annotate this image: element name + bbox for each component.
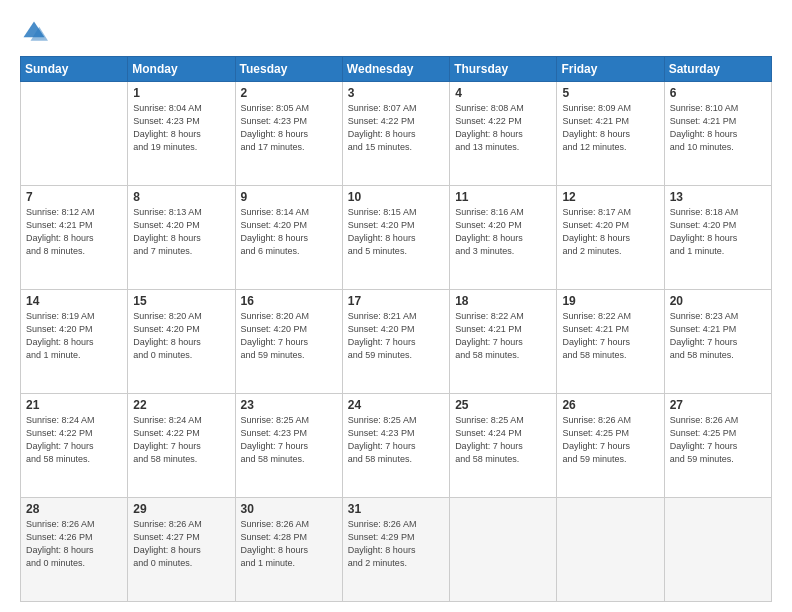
calendar-cell: 21Sunrise: 8:24 AMSunset: 4:22 PMDayligh… [21, 394, 128, 498]
day-info: Sunrise: 8:16 AMSunset: 4:20 PMDaylight:… [455, 206, 551, 258]
day-info: Sunrise: 8:04 AMSunset: 4:23 PMDaylight:… [133, 102, 229, 154]
day-number: 21 [26, 398, 122, 412]
day-number: 16 [241, 294, 337, 308]
day-info: Sunrise: 8:25 AMSunset: 4:23 PMDaylight:… [241, 414, 337, 466]
day-number: 8 [133, 190, 229, 204]
calendar-day-header: Friday [557, 57, 664, 82]
day-info: Sunrise: 8:20 AMSunset: 4:20 PMDaylight:… [133, 310, 229, 362]
page: SundayMondayTuesdayWednesdayThursdayFrid… [0, 0, 792, 612]
day-info: Sunrise: 8:26 AMSunset: 4:29 PMDaylight:… [348, 518, 444, 570]
header [20, 18, 772, 46]
calendar-cell [557, 498, 664, 602]
day-number: 9 [241, 190, 337, 204]
day-info: Sunrise: 8:18 AMSunset: 4:20 PMDaylight:… [670, 206, 766, 258]
calendar-week-row: 21Sunrise: 8:24 AMSunset: 4:22 PMDayligh… [21, 394, 772, 498]
day-number: 17 [348, 294, 444, 308]
calendar-cell [21, 82, 128, 186]
calendar-cell: 28Sunrise: 8:26 AMSunset: 4:26 PMDayligh… [21, 498, 128, 602]
calendar-day-header: Sunday [21, 57, 128, 82]
calendar-cell: 3Sunrise: 8:07 AMSunset: 4:22 PMDaylight… [342, 82, 449, 186]
day-number: 5 [562, 86, 658, 100]
calendar-cell: 12Sunrise: 8:17 AMSunset: 4:20 PMDayligh… [557, 186, 664, 290]
calendar-day-header: Saturday [664, 57, 771, 82]
calendar-week-row: 28Sunrise: 8:26 AMSunset: 4:26 PMDayligh… [21, 498, 772, 602]
day-info: Sunrise: 8:07 AMSunset: 4:22 PMDaylight:… [348, 102, 444, 154]
logo [20, 18, 52, 46]
calendar-cell: 15Sunrise: 8:20 AMSunset: 4:20 PMDayligh… [128, 290, 235, 394]
calendar-cell: 5Sunrise: 8:09 AMSunset: 4:21 PMDaylight… [557, 82, 664, 186]
day-info: Sunrise: 8:14 AMSunset: 4:20 PMDaylight:… [241, 206, 337, 258]
calendar-cell: 11Sunrise: 8:16 AMSunset: 4:20 PMDayligh… [450, 186, 557, 290]
calendar-cell: 7Sunrise: 8:12 AMSunset: 4:21 PMDaylight… [21, 186, 128, 290]
calendar-cell: 13Sunrise: 8:18 AMSunset: 4:20 PMDayligh… [664, 186, 771, 290]
day-info: Sunrise: 8:21 AMSunset: 4:20 PMDaylight:… [348, 310, 444, 362]
day-info: Sunrise: 8:17 AMSunset: 4:20 PMDaylight:… [562, 206, 658, 258]
calendar-cell: 6Sunrise: 8:10 AMSunset: 4:21 PMDaylight… [664, 82, 771, 186]
calendar-cell: 31Sunrise: 8:26 AMSunset: 4:29 PMDayligh… [342, 498, 449, 602]
day-number: 13 [670, 190, 766, 204]
calendar-cell: 10Sunrise: 8:15 AMSunset: 4:20 PMDayligh… [342, 186, 449, 290]
day-info: Sunrise: 8:08 AMSunset: 4:22 PMDaylight:… [455, 102, 551, 154]
calendar-day-header: Monday [128, 57, 235, 82]
day-info: Sunrise: 8:15 AMSunset: 4:20 PMDaylight:… [348, 206, 444, 258]
calendar-cell: 2Sunrise: 8:05 AMSunset: 4:23 PMDaylight… [235, 82, 342, 186]
day-number: 7 [26, 190, 122, 204]
calendar-cell: 23Sunrise: 8:25 AMSunset: 4:23 PMDayligh… [235, 394, 342, 498]
calendar-day-header: Thursday [450, 57, 557, 82]
calendar-cell: 27Sunrise: 8:26 AMSunset: 4:25 PMDayligh… [664, 394, 771, 498]
day-info: Sunrise: 8:13 AMSunset: 4:20 PMDaylight:… [133, 206, 229, 258]
day-number: 25 [455, 398, 551, 412]
calendar-day-header: Wednesday [342, 57, 449, 82]
calendar-cell: 20Sunrise: 8:23 AMSunset: 4:21 PMDayligh… [664, 290, 771, 394]
day-info: Sunrise: 8:10 AMSunset: 4:21 PMDaylight:… [670, 102, 766, 154]
day-number: 4 [455, 86, 551, 100]
calendar-cell [450, 498, 557, 602]
calendar-cell: 24Sunrise: 8:25 AMSunset: 4:23 PMDayligh… [342, 394, 449, 498]
day-info: Sunrise: 8:24 AMSunset: 4:22 PMDaylight:… [26, 414, 122, 466]
calendar-cell: 9Sunrise: 8:14 AMSunset: 4:20 PMDaylight… [235, 186, 342, 290]
day-number: 24 [348, 398, 444, 412]
day-info: Sunrise: 8:05 AMSunset: 4:23 PMDaylight:… [241, 102, 337, 154]
calendar-cell [664, 498, 771, 602]
day-number: 19 [562, 294, 658, 308]
calendar-week-row: 1Sunrise: 8:04 AMSunset: 4:23 PMDaylight… [21, 82, 772, 186]
day-number: 10 [348, 190, 444, 204]
calendar-cell: 17Sunrise: 8:21 AMSunset: 4:20 PMDayligh… [342, 290, 449, 394]
calendar-week-row: 14Sunrise: 8:19 AMSunset: 4:20 PMDayligh… [21, 290, 772, 394]
day-number: 12 [562, 190, 658, 204]
day-info: Sunrise: 8:26 AMSunset: 4:26 PMDaylight:… [26, 518, 122, 570]
calendar-cell: 29Sunrise: 8:26 AMSunset: 4:27 PMDayligh… [128, 498, 235, 602]
calendar-cell: 25Sunrise: 8:25 AMSunset: 4:24 PMDayligh… [450, 394, 557, 498]
day-info: Sunrise: 8:22 AMSunset: 4:21 PMDaylight:… [562, 310, 658, 362]
day-number: 15 [133, 294, 229, 308]
day-number: 30 [241, 502, 337, 516]
day-info: Sunrise: 8:20 AMSunset: 4:20 PMDaylight:… [241, 310, 337, 362]
day-number: 1 [133, 86, 229, 100]
day-number: 18 [455, 294, 551, 308]
day-number: 14 [26, 294, 122, 308]
day-number: 27 [670, 398, 766, 412]
calendar-cell: 16Sunrise: 8:20 AMSunset: 4:20 PMDayligh… [235, 290, 342, 394]
day-info: Sunrise: 8:25 AMSunset: 4:24 PMDaylight:… [455, 414, 551, 466]
day-info: Sunrise: 8:22 AMSunset: 4:21 PMDaylight:… [455, 310, 551, 362]
day-info: Sunrise: 8:26 AMSunset: 4:27 PMDaylight:… [133, 518, 229, 570]
calendar-day-header: Tuesday [235, 57, 342, 82]
day-number: 6 [670, 86, 766, 100]
logo-icon [20, 18, 48, 46]
calendar-cell: 26Sunrise: 8:26 AMSunset: 4:25 PMDayligh… [557, 394, 664, 498]
day-info: Sunrise: 8:25 AMSunset: 4:23 PMDaylight:… [348, 414, 444, 466]
calendar-cell: 14Sunrise: 8:19 AMSunset: 4:20 PMDayligh… [21, 290, 128, 394]
day-number: 23 [241, 398, 337, 412]
day-info: Sunrise: 8:19 AMSunset: 4:20 PMDaylight:… [26, 310, 122, 362]
day-info: Sunrise: 8:12 AMSunset: 4:21 PMDaylight:… [26, 206, 122, 258]
day-info: Sunrise: 8:26 AMSunset: 4:25 PMDaylight:… [562, 414, 658, 466]
day-number: 2 [241, 86, 337, 100]
day-number: 29 [133, 502, 229, 516]
day-info: Sunrise: 8:26 AMSunset: 4:25 PMDaylight:… [670, 414, 766, 466]
day-number: 31 [348, 502, 444, 516]
day-number: 20 [670, 294, 766, 308]
day-info: Sunrise: 8:23 AMSunset: 4:21 PMDaylight:… [670, 310, 766, 362]
calendar-cell: 19Sunrise: 8:22 AMSunset: 4:21 PMDayligh… [557, 290, 664, 394]
calendar-cell: 1Sunrise: 8:04 AMSunset: 4:23 PMDaylight… [128, 82, 235, 186]
day-number: 22 [133, 398, 229, 412]
